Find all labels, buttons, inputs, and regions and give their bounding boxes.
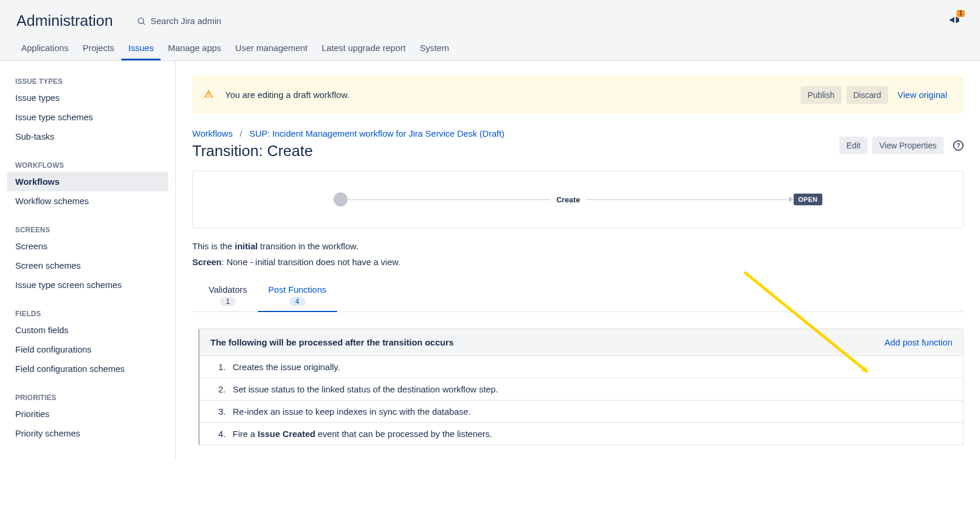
sidebar-group-priorities: PRIORITIES	[7, 389, 168, 404]
search-placeholder: Search Jira admin	[151, 16, 222, 26]
post-functions-header: The following will be processed after th…	[210, 337, 454, 347]
tab-issues[interactable]: Issues	[121, 36, 161, 60]
sidebar-item-priority-schemes[interactable]: Priority schemes	[7, 424, 168, 443]
sidebar-item-priorities[interactable]: Priorities	[7, 404, 168, 424]
view-original-link[interactable]: View original	[893, 86, 952, 104]
status-open-lozenge: OPEN	[794, 194, 822, 205]
sidebar-item-issue-types[interactable]: Issue types	[7, 88, 168, 107]
tab-applications[interactable]: Applications	[14, 36, 76, 60]
start-node	[334, 192, 348, 206]
sidebar-item-sub-tasks[interactable]: Sub-tasks	[7, 127, 168, 146]
sidebar-item-screens[interactable]: Screens	[7, 236, 168, 256]
post-function-row[interactable]: 1. Creates the issue originally.	[200, 356, 963, 378]
post-function-row[interactable]: 4. Fire a Issue Created event that can b…	[200, 423, 963, 445]
main-content: You are editing a draft workflow. Publis…	[176, 61, 980, 459]
transition-label: Create	[550, 195, 586, 204]
tab-post-functions[interactable]: Post Functions 4	[258, 281, 337, 312]
tab-latest-upgrade-report[interactable]: Latest upgrade report	[315, 36, 413, 60]
breadcrumb-workflows[interactable]: Workflows	[192, 128, 233, 138]
svg-point-0	[138, 18, 143, 23]
post-function-row[interactable]: 2. Set issue status to the linked status…	[200, 378, 963, 401]
search-icon	[137, 16, 146, 26]
help-icon[interactable]: ?	[953, 140, 964, 151]
tab-user-management[interactable]: User management	[228, 36, 314, 60]
sidebar-item-workflow-schemes[interactable]: Workflow schemes	[7, 191, 168, 211]
page-header-title: Administration	[16, 12, 113, 30]
search-input[interactable]: Search Jira admin	[137, 16, 948, 26]
svg-line-1	[143, 23, 145, 25]
breadcrumb-current[interactable]: SUP: Incident Management workflow for Ji…	[249, 128, 504, 138]
top-bar: Administration Search Jira admin 1 Appli…	[0, 0, 980, 61]
breadcrumb: Workflows / SUP: Incident Management wor…	[192, 128, 505, 138]
add-post-function-link[interactable]: Add post function	[884, 337, 952, 347]
sidebar: ISSUE TYPES Issue types Issue type schem…	[0, 61, 176, 459]
transition-arrow: Create	[348, 199, 789, 200]
arrow-head-icon	[789, 197, 794, 202]
transition-diagram: Create OPEN	[192, 171, 964, 228]
notification-button[interactable]: 1	[948, 13, 961, 28]
tab-projects[interactable]: Projects	[76, 36, 121, 60]
tab-validators[interactable]: Validators 1	[198, 281, 258, 312]
sidebar-item-field-configurations[interactable]: Field configurations	[7, 340, 168, 359]
sidebar-item-custom-fields[interactable]: Custom fields	[7, 320, 168, 340]
tab-system[interactable]: System	[413, 36, 456, 60]
sidebar-item-issue-type-schemes[interactable]: Issue type schemes	[7, 107, 168, 127]
notification-badge: 1	[957, 10, 965, 17]
edit-button[interactable]: Edit	[839, 137, 867, 154]
info-initial-transition: This is the initial transition in the wo…	[192, 241, 964, 251]
sidebar-group-issue-types: ISSUE TYPES	[7, 73, 168, 88]
discard-button[interactable]: Discard	[846, 86, 888, 104]
draft-warning-banner: You are editing a draft workflow. Publis…	[192, 75, 964, 114]
tab-manage-apps[interactable]: Manage apps	[161, 36, 228, 60]
page-title: Transition: Create	[192, 142, 505, 160]
warning-icon	[204, 89, 213, 101]
sidebar-item-screen-schemes[interactable]: Screen schemes	[7, 256, 168, 275]
sidebar-group-workflows: WORKFLOWS	[7, 157, 168, 172]
view-properties-button[interactable]: View Properties	[872, 137, 944, 154]
sidebar-item-field-configuration-schemes[interactable]: Field configuration schemes	[7, 359, 168, 378]
publish-button[interactable]: Publish	[801, 86, 842, 104]
transition-tabs: Validators 1 Post Functions 4	[192, 281, 964, 312]
sidebar-item-issue-type-screen-schemes[interactable]: Issue type screen schemes	[7, 275, 168, 294]
sidebar-group-screens: SCREENS	[7, 221, 168, 236]
sidebar-group-fields: FIELDS	[7, 305, 168, 320]
post-function-row[interactable]: 3. Re-index an issue to keep indexes in …	[200, 401, 963, 423]
post-functions-panel: The following will be processed after th…	[198, 328, 964, 445]
banner-text: You are editing a draft workflow.	[225, 90, 801, 100]
info-screen: Screen: None - initial transition does n…	[192, 257, 964, 267]
sidebar-item-workflows[interactable]: Workflows	[7, 172, 168, 191]
top-nav-tabs: Applications Projects Issues Manage apps…	[0, 36, 980, 60]
